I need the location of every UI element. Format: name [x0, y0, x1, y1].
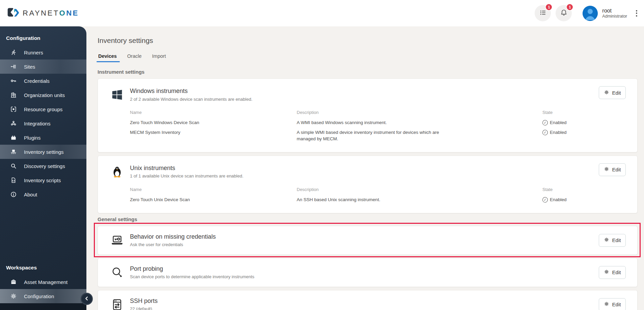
edit-button-label: Edit: [612, 237, 621, 243]
tab-oracle[interactable]: Oracle: [127, 52, 142, 62]
instrument-table: NameDescriptionStateZero Touch Windows D…: [130, 110, 626, 144]
table-header-state: State: [542, 110, 626, 118]
card-titles: SSH ports22 (default): [130, 297, 158, 310]
sidebar-item-plugins[interactable]: Plugins: [0, 130, 86, 145]
sidebar-item-label: Organization units: [24, 92, 65, 98]
ssh-icon: [110, 297, 124, 310]
resource-group-icon: [10, 106, 17, 113]
card-titles: Windows instruments2 of 2 available Wind…: [130, 88, 252, 102]
table-cell-state: ✓Enabled: [542, 195, 626, 205]
topbar: RAYNETONE 1 1: [0, 0, 644, 26]
sidebar-item-sites[interactable]: Sites: [0, 59, 86, 74]
sidebar-item-integrations[interactable]: Integrations: [0, 116, 86, 130]
check-circle-icon: ✓: [542, 120, 548, 126]
edit-button-label: Edit: [612, 90, 621, 96]
laptop-key-icon: [110, 233, 124, 247]
sidebar-section-label-configuration: Configuration: [0, 26, 86, 45]
check-circle-icon: ✓: [542, 196, 548, 203]
inventory-icon: [10, 148, 17, 155]
runner-icon: [10, 49, 17, 56]
sidebar-item-inventory-scripts[interactable]: Inventory scripts: [0, 173, 86, 187]
edit-button-port-probing[interactable]: Edit: [599, 266, 626, 279]
sidebar-spacer: [0, 201, 86, 256]
card-title: Port probing: [130, 265, 254, 273]
table-cell-state: ✓Enabled: [542, 128, 626, 144]
briefcase-icon: [10, 279, 17, 285]
edit-button-label: Edit: [612, 302, 621, 307]
card-subtitle: 2 of 2 available Windows device scan ins…: [130, 97, 252, 102]
sidebar-item-label: Discovery settings: [24, 163, 65, 169]
user-role: Administrator: [602, 14, 627, 19]
task-queue-button[interactable]: 1: [535, 5, 551, 21]
building-icon: [10, 92, 17, 98]
card-behavior-on-missing-credentials: Behavior on missing credentialsAsk the u…: [98, 226, 638, 255]
user-menu[interactable]: root Administrator: [583, 6, 627, 21]
card-title: Unix instruments: [130, 165, 243, 172]
notifications-button[interactable]: 1: [556, 5, 572, 21]
table-cell-state: ✓Enabled: [542, 118, 626, 128]
sidebar-item-configuration[interactable]: Configuration: [0, 289, 86, 303]
raynetone-logo[interactable]: RAYNETONE: [7, 7, 79, 19]
gear-icon: [604, 90, 609, 96]
chevron-left-icon: [84, 296, 89, 302]
card-windows-instruments: Windows instruments2 of 2 available Wind…: [98, 78, 638, 152]
table-header-state: State: [542, 187, 626, 195]
table-cell-name: Zero Touch Unix Device Scan: [130, 195, 297, 205]
sidebar-items-configuration: RunnersSitesCredentialsOrganization unit…: [0, 45, 86, 201]
sidebar-item-label: Plugins: [24, 135, 41, 141]
logo-text: RAYNETONE: [23, 9, 79, 18]
sidebar-item-organization-units[interactable]: Organization units: [0, 88, 86, 102]
tab-bar: DevicesOracleImport: [98, 52, 638, 62]
sidebar-item-resource-groups[interactable]: Resource groups: [0, 102, 86, 116]
gear-icon: [604, 237, 609, 243]
table-header-description: Description: [297, 110, 542, 118]
raynetone-logo-icon: [7, 7, 19, 19]
sidebar-items-workspaces: Asset ManagementConfiguration: [0, 275, 86, 303]
sidebar-item-runners[interactable]: Runners: [0, 45, 86, 59]
table-cell-name: Zero Touch Windows Device Scan: [130, 118, 297, 128]
card-subtitle: Scan device ports to determine applicabl…: [130, 274, 254, 279]
sidebar-item-label: Asset Management: [24, 279, 68, 285]
sidebar-item-label: Credentials: [24, 78, 50, 84]
sidebar-section-label-workspaces: Workspaces: [0, 256, 86, 275]
more-options-button[interactable]: [634, 7, 639, 19]
sidebar-item-discovery-settings[interactable]: Discovery settings: [0, 159, 86, 173]
edit-button-ssh-ports[interactable]: Edit: [599, 298, 626, 310]
edit-button-label: Edit: [612, 269, 621, 275]
edit-button-behavior-on-missing-credentials[interactable]: Edit: [599, 234, 626, 247]
sidebar-item-label: About: [24, 192, 37, 197]
card-wrap-windows-instruments: Windows instruments2 of 2 available Wind…: [98, 78, 638, 152]
card-titles: Behavior on missing credentialsAsk the u…: [130, 233, 216, 247]
state-value: Enabled: [550, 120, 567, 126]
state-value: Enabled: [550, 197, 567, 203]
search-icon: [10, 163, 17, 169]
card-title: Behavior on missing credentials: [130, 233, 216, 241]
state-value: Enabled: [550, 129, 567, 136]
notifications-badge: 1: [566, 3, 573, 11]
table-cell-description: A simple WMI based device inventory inst…: [297, 128, 465, 144]
card-subtitle: 22 (default): [130, 306, 158, 310]
edit-button-windows-instruments[interactable]: Edit: [599, 86, 626, 99]
edit-button-unix-instruments[interactable]: Edit: [599, 163, 626, 176]
sidebar-item-label: Runners: [24, 50, 43, 55]
sidebar-item-about[interactable]: About: [0, 187, 86, 201]
sidebar-item-credentials[interactable]: Credentials: [0, 74, 86, 88]
card-head: Behavior on missing credentialsAsk the u…: [110, 233, 626, 247]
sidebar-item-inventory-settings[interactable]: Inventory settings: [0, 145, 86, 159]
sidebar-collapse-button[interactable]: [81, 293, 93, 305]
tab-import[interactable]: Import: [152, 52, 167, 62]
gear-icon: [10, 293, 17, 300]
tab-devices[interactable]: Devices: [98, 52, 117, 62]
page-title: Inventory settings: [98, 37, 638, 45]
check-circle-icon: ✓: [542, 129, 548, 136]
integrations-icon: [10, 120, 17, 127]
queue-badge: 1: [545, 3, 553, 11]
sidebar: ConfigurationRunnersSitesCredentialsOrga…: [0, 26, 86, 310]
card-wrap-behavior-on-missing-credentials: Behavior on missing credentialsAsk the u…: [98, 226, 638, 255]
table-header-description: Description: [297, 187, 542, 195]
sidebar-item-label: Resource groups: [24, 106, 62, 112]
plugin-icon: [10, 134, 17, 141]
card-title: SSH ports: [130, 297, 158, 305]
card-head: Unix instruments1 of 1 available Unix de…: [110, 165, 626, 179]
sidebar-item-asset-management[interactable]: Asset Management: [0, 275, 86, 289]
